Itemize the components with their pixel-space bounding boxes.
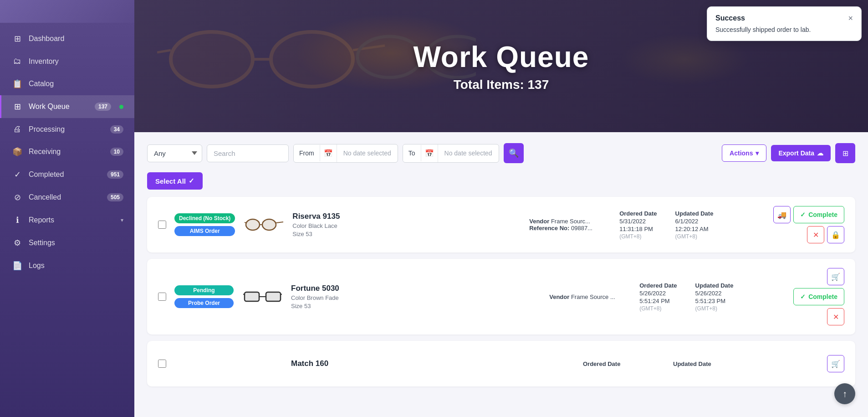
order-details-2: Fortune 5030 Color Brown Fade Size 53 [291, 284, 541, 309]
order-checkbox-1[interactable] [158, 221, 166, 229]
sidebar-nav: ⊞ Dashboard 🗂 Inventory 📋 Catalog ⊞ Work… [0, 23, 134, 282]
svg-rect-14 [266, 292, 281, 301]
actions-label: Actions [730, 149, 753, 157]
order-vendor-3: Ordered Date [583, 360, 665, 367]
status-badge-declined: Declined (No Stock) [174, 213, 235, 223]
export-data-button[interactable]: Export Data ☁ [771, 145, 831, 161]
content-area: Any Pending Processing Completed Cancell… [134, 132, 868, 417]
ship-button-2[interactable]: 🛒 [827, 268, 844, 285]
x-icon-2: ✕ [833, 313, 839, 321]
sidebar: ⊞ Dashboard 🗂 Inventory 📋 Catalog ⊞ Work… [0, 0, 134, 417]
chevron-down-icon: ▾ [756, 149, 759, 157]
sidebar-top-image [0, 0, 134, 23]
toast-title: Success [715, 14, 745, 22]
cancel-button-2[interactable]: ✕ [827, 308, 844, 325]
action-row-top-1: 🚚 ✓ Complete [773, 206, 844, 223]
vendor-label: Vendor [529, 218, 549, 225]
ordered-date-title-1: Ordered Date [619, 210, 657, 217]
sidebar-item-label: Settings [29, 239, 123, 247]
sidebar-item-processing[interactable]: 🖨 Processing 34 [0, 118, 134, 140]
sidebar-item-label: Work Queue [29, 103, 88, 111]
status-filter-select[interactable]: Any Pending Processing Completed Cancell… [147, 144, 202, 162]
order-name-1: Riserva 9135 [292, 212, 521, 221]
order-dates-2: Ordered Date 5/26/2022 5:51:24 PM (GMT+8… [639, 282, 785, 312]
sidebar-item-inventory[interactable]: 🗂 Inventory [0, 50, 134, 72]
sidebar-item-reports[interactable]: ℹ Reports ▾ [0, 209, 134, 232]
complete-label: Complete [808, 211, 837, 218]
from-date-group: From 📅 No date selected [293, 144, 398, 163]
order-vendor-2: Vendor Frame Source ... [549, 293, 631, 300]
sidebar-item-label: Dashboard [29, 35, 123, 43]
order-details-3: Match 160 [291, 359, 575, 368]
svg-line-3 [157, 50, 171, 52]
sidebar-item-logs[interactable]: 📄 Logs [0, 254, 134, 277]
info-icon: 🔒 [831, 231, 840, 239]
complete-label-2: Complete [808, 293, 837, 300]
action-row-bottom-2: ✕ [827, 308, 844, 325]
sidebar-item-receiving[interactable]: 📦 Receiving 10 [0, 140, 134, 163]
hero-title: Work Queue [414, 40, 589, 74]
ship-button-1[interactable]: 🚚 [773, 206, 791, 223]
order-checkbox-2[interactable] [158, 293, 166, 301]
vendor-name-1: Frame Sourc... [551, 218, 590, 225]
complete-button-2[interactable]: ✓ Complete [793, 288, 844, 305]
action-row-top-2: 🛒 [827, 268, 844, 285]
svg-point-0 [171, 32, 253, 87]
ordered-date-block-2: Ordered Date 5/26/2022 5:51:24 PM (GMT+8… [639, 282, 677, 312]
toast-close-button[interactable]: × [848, 14, 853, 22]
checkmark-icon: ✓ [189, 177, 194, 185]
order-checkbox-3[interactable] [158, 360, 166, 368]
sidebar-item-work-queue[interactable]: ⊞ Work Queue 137 [0, 95, 134, 118]
sidebar-item-catalog[interactable]: 📋 Catalog [0, 72, 134, 95]
workqueue-icon: ⊞ [12, 102, 22, 112]
select-all-label: Select All [155, 177, 186, 185]
search-input[interactable] [207, 144, 289, 162]
search-button[interactable]: 🔍 [504, 143, 524, 163]
updated-date-title-1: Updated Date [675, 210, 714, 217]
from-label: From [294, 145, 320, 161]
cancel-button-1[interactable]: ✕ [807, 226, 824, 243]
cancelled-badge: 505 [107, 193, 123, 201]
scroll-to-top-button[interactable]: ↑ [834, 383, 855, 404]
complete-button-1[interactable]: ✓ Complete [793, 206, 844, 223]
info-button-1[interactable]: 🔒 [827, 226, 844, 243]
sidebar-item-completed[interactable]: ✓ Completed 951 [0, 163, 134, 186]
actions-button[interactable]: Actions ▾ [722, 144, 766, 162]
updated-time-1: 12:20:12 AM [675, 226, 714, 232]
updated-time-2: 5:51:23 PM [695, 298, 734, 304]
order-actions-3: 🛒 [827, 355, 844, 372]
order-card-3: Match 160 Ordered Date Updated Date 🛒 [147, 341, 855, 386]
ordered-tz-2: (GMT+8) [639, 305, 677, 312]
ship-button-3[interactable]: 🛒 [827, 355, 844, 372]
order-card-2: Pending Probe Order Fortune 5030 Color B… [147, 259, 855, 335]
grid-view-button[interactable]: ⊞ [835, 143, 855, 163]
sidebar-item-cancelled[interactable]: ⊘ Cancelled 505 [0, 186, 134, 209]
chevron-down-icon: ▾ [121, 217, 123, 223]
calendar-icon-2: 📅 [421, 144, 438, 162]
toast-message: Successfully shipped order to lab. [715, 26, 853, 33]
cart-icon: 🛒 [831, 273, 840, 281]
order-size-2: Size 53 [291, 303, 541, 309]
vendor-name-2: Frame Source ... [571, 293, 615, 300]
sidebar-item-settings[interactable]: ⚙ Settings [0, 232, 134, 254]
svg-point-8 [246, 219, 260, 230]
sidebar-item-label: Reports [29, 216, 114, 224]
order-color-1: Color Black Lace [292, 222, 521, 229]
select-all-button[interactable]: Select All ✓ [147, 172, 203, 190]
order-image-1 [243, 211, 284, 238]
cart-icon-3: 🛒 [831, 360, 840, 368]
catalog-icon: 📋 [12, 79, 22, 89]
updated-date-title-2: Updated Date [695, 282, 734, 289]
order-color-2: Color Brown Fade [291, 294, 541, 301]
processing-icon: 🖨 [12, 124, 22, 134]
sidebar-item-label: Processing [29, 125, 104, 134]
svg-line-12 [276, 222, 283, 223]
inventory-icon: 🗂 [12, 57, 22, 66]
order-badges-1: Declined (No Stock) AIMS Order [174, 213, 235, 236]
sidebar-item-label: Catalog [29, 80, 123, 88]
updated-date-title-3: Updated Date [673, 360, 711, 367]
completed-badge: 951 [107, 170, 123, 179]
sidebar-item-dashboard[interactable]: ⊞ Dashboard [0, 27, 134, 50]
updated-date-value-2: 5/26/2022 [695, 290, 734, 297]
order-card: Declined (No Stock) AIMS Order Riserva 9… [147, 197, 855, 252]
